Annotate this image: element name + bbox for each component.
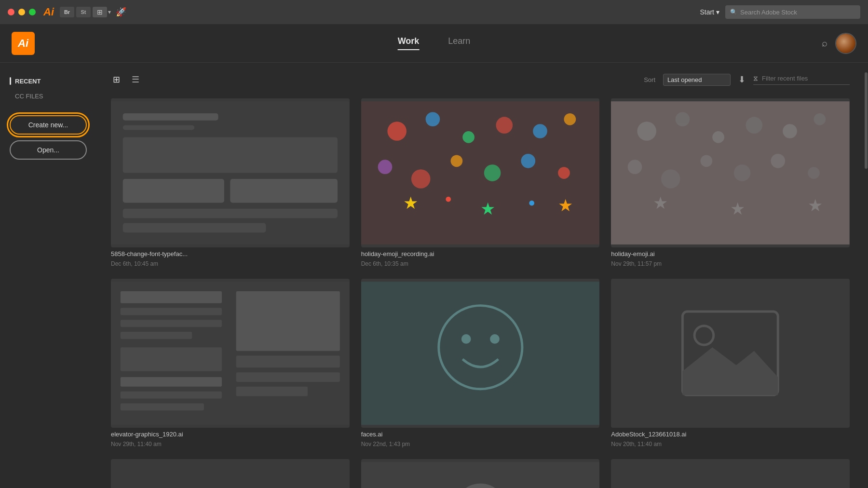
svg-rect-4: [123, 179, 224, 203]
search-icon: 🔍: [730, 9, 737, 15]
svg-rect-62: [111, 462, 350, 488]
svg-rect-53: [236, 372, 340, 382]
close-button[interactable]: [8, 9, 14, 15]
chevron-down-icon[interactable]: ▾: [108, 9, 111, 15]
file-item[interactable]: file-8.ai Nov 18th, 3:00 pm: [361, 459, 600, 488]
tab-work[interactable]: Work: [398, 36, 420, 50]
svg-rect-46: [121, 332, 192, 339]
file-item[interactable]: elevator-graphics_1920.ai Nov 29th, 11:4…: [111, 279, 350, 447]
main-content: ⊞ ☰ Sort Last opened Name Date modified …: [96, 63, 864, 488]
file-date: Dec 6th, 10:45 am: [111, 260, 350, 267]
file-date: Nov 20th, 11:40 am: [611, 441, 850, 447]
svg-rect-50: [121, 404, 204, 411]
sidebar-recent-label: RECENT: [15, 78, 41, 85]
file-item[interactable]: ★ ● ★ ● ★ holiday-emoji_recording.ai Dec…: [361, 98, 600, 267]
file-thumbnail: ★ ● ★ ● ★: [361, 98, 600, 247]
svg-text:★: ★: [558, 196, 573, 215]
file-item[interactable]: ★ ★ ★ holiday-emoji.ai Nov 29th, 11:57 p…: [611, 98, 850, 267]
svg-point-10: [425, 112, 440, 126]
svg-rect-1: [123, 113, 218, 121]
app-window: Ai Work Learn ⌕ RECENT CC FILES: [0, 24, 868, 488]
open-button[interactable]: Open...: [10, 140, 87, 160]
toolbar: ⊞ ☰ Sort Last opened Name Date modified …: [111, 72, 850, 87]
svg-point-12: [496, 117, 513, 134]
svg-point-19: [521, 154, 535, 168]
sidebar-actions: Create new... Open...: [10, 115, 87, 160]
scrollbar-track: [864, 63, 868, 488]
svg-rect-51: [236, 291, 340, 351]
svg-point-27: [637, 122, 657, 141]
header-right: ⌕: [822, 33, 856, 54]
svg-text:★: ★: [480, 200, 495, 218]
svg-point-35: [701, 155, 713, 167]
file-item[interactable]: file-9.ai Nov 17th, 2:00 pm: [611, 459, 850, 488]
svg-rect-3: [123, 137, 338, 173]
svg-text:★: ★: [403, 194, 418, 212]
svg-text:★: ★: [731, 200, 746, 218]
svg-rect-59: [611, 282, 850, 425]
file-item[interactable]: AdobeStock_123661018.ai Nov 20th, 11:40 …: [611, 279, 850, 447]
file-item[interactable]: 5858-change-font-typefac... Dec 6th, 10:…: [111, 98, 350, 267]
svg-point-15: [378, 160, 392, 174]
file-name: AdobeStock_123661018.ai: [611, 431, 850, 438]
svg-point-9: [387, 122, 407, 141]
svg-rect-6: [123, 209, 338, 218]
adobe-stock-search[interactable]: 🔍 Search Adobe Stock: [725, 5, 860, 19]
svg-point-57: [461, 334, 471, 344]
svg-rect-49: [121, 392, 222, 399]
scrollbar-thumb[interactable]: [865, 72, 868, 169]
file-item[interactable]: faces.ai Nov 22nd, 1:43 pm: [361, 279, 600, 447]
svg-rect-47: [121, 347, 222, 371]
svg-rect-48: [121, 377, 222, 387]
sidebar-bar: [10, 77, 11, 85]
svg-point-13: [533, 124, 547, 138]
sort-select-wrapper: Last opened Name Date modified Date crea…: [663, 74, 731, 86]
svg-point-18: [484, 164, 501, 181]
sort-select[interactable]: Last opened Name Date modified Date crea…: [663, 74, 731, 86]
file-thumbnail: [361, 279, 600, 428]
sort-direction-button[interactable]: ⬇: [738, 74, 746, 85]
grid-view-button[interactable]: ⊞: [111, 72, 122, 87]
ai-logo-titlebar[interactable]: Ai: [43, 6, 54, 18]
tab-learn[interactable]: Learn: [448, 36, 470, 50]
header-tabs: Work Learn: [398, 36, 471, 50]
svg-point-17: [450, 155, 462, 167]
svg-point-16: [411, 169, 431, 189]
file-item[interactable]: file-7.ai Nov 19th, 9:00 am: [111, 459, 350, 488]
scrollbar[interactable]: [864, 63, 868, 488]
maximize-button[interactable]: [29, 9, 36, 15]
chevron-down-icon: ▾: [716, 8, 719, 16]
header: Ai Work Learn ⌕: [0, 24, 868, 63]
file-thumbnail: [611, 279, 850, 428]
rocket-icon[interactable]: 🚀: [116, 7, 126, 17]
minimize-button[interactable]: [18, 9, 25, 15]
svg-text:●: ●: [528, 196, 535, 209]
file-thumbnail: [111, 98, 350, 247]
grid-view-btn[interactable]: ⊞: [93, 7, 107, 17]
svg-rect-7: [123, 223, 266, 232]
avatar[interactable]: [835, 33, 856, 54]
file-date: Nov 29th, 11:40 am: [111, 441, 350, 447]
file-name: 5858-change-font-typefac...: [111, 250, 350, 258]
create-new-button[interactable]: Create new...: [10, 115, 87, 135]
list-view-button[interactable]: ☰: [130, 72, 141, 87]
start-button[interactable]: Start ▾: [700, 8, 719, 16]
svg-rect-55: [361, 282, 600, 425]
stock-icon-btn[interactable]: St: [76, 7, 91, 17]
svg-text:★: ★: [653, 194, 668, 212]
file-thumbnail: [111, 459, 350, 488]
filter-input[interactable]: [762, 75, 839, 82]
svg-point-30: [746, 117, 763, 134]
filter-icon: ⧖: [753, 74, 758, 82]
file-thumbnail: [111, 279, 350, 428]
svg-point-14: [564, 113, 576, 125]
svg-rect-52: [236, 356, 340, 368]
file-thumbnail: [611, 459, 850, 488]
svg-point-34: [661, 169, 680, 189]
sidebar-item-cc-files[interactable]: CC FILES: [10, 91, 87, 102]
header-search-icon[interactable]: ⌕: [822, 38, 827, 49]
titlebar-right: Start ▾ 🔍 Search Adobe Stock: [700, 5, 860, 19]
bridge-icon-btn[interactable]: Br: [60, 7, 74, 17]
file-date: Dec 6th, 10:35 am: [361, 260, 600, 267]
filter-area: ⧖: [753, 74, 850, 85]
